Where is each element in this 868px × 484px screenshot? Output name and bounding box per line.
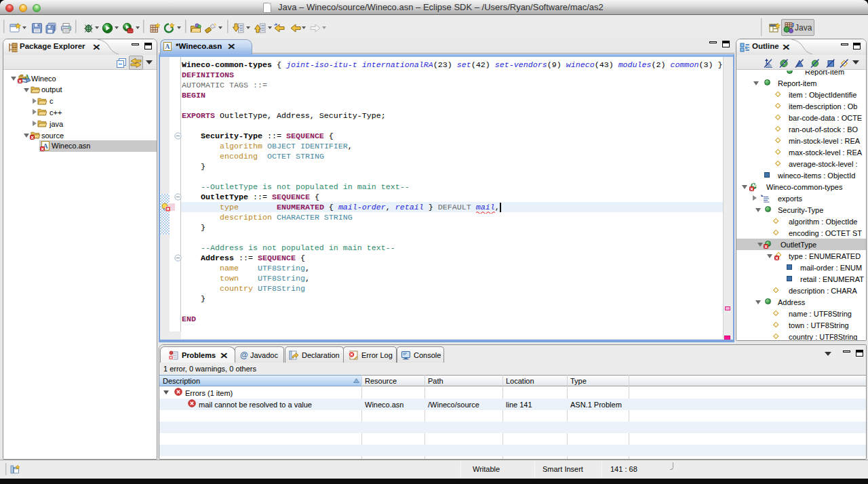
svg-text:A: A xyxy=(165,43,170,50)
svg-text:J: J xyxy=(791,22,794,28)
svg-text:A: A xyxy=(25,73,30,80)
